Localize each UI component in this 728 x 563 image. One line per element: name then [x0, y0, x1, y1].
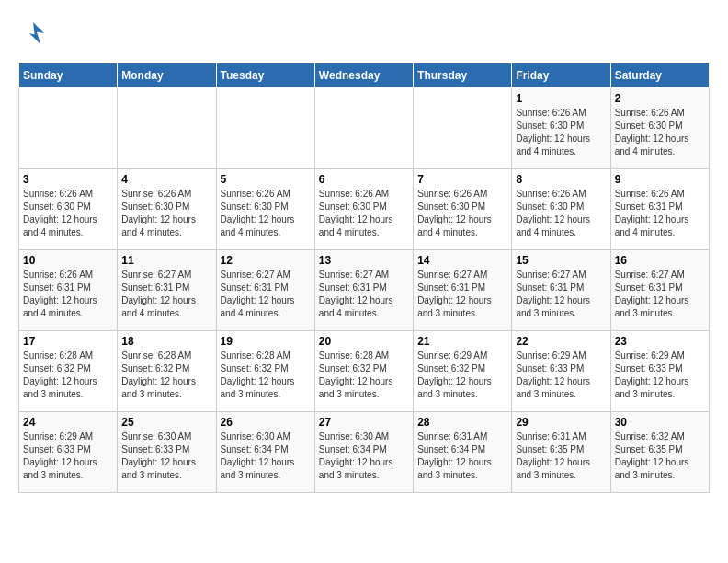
calendar-cell: 20Sunrise: 6:28 AMSunset: 6:32 PMDayligh…: [314, 331, 413, 412]
day-number: 21: [417, 335, 507, 348]
day-info: Sunrise: 6:27 AMSunset: 6:31 PMDaylight:…: [615, 269, 705, 320]
day-number: 12: [221, 254, 311, 267]
day-number: 3: [23, 173, 113, 186]
day-number: 26: [221, 416, 311, 429]
calendar-cell: 14Sunrise: 6:27 AMSunset: 6:31 PMDayligh…: [414, 250, 512, 331]
day-info: Sunrise: 6:30 AMSunset: 6:34 PMDaylight:…: [221, 431, 311, 482]
calendar-cell: 26Sunrise: 6:30 AMSunset: 6:34 PMDayligh…: [216, 412, 314, 493]
day-number: 10: [23, 254, 113, 267]
day-number: 19: [221, 335, 311, 348]
day-number: 14: [417, 254, 507, 267]
calendar-cell: 1Sunrise: 6:26 AMSunset: 6:30 PMDaylight…: [512, 88, 610, 169]
logo-bird-icon: [18, 18, 48, 48]
calendar-cell: 21Sunrise: 6:29 AMSunset: 6:32 PMDayligh…: [414, 331, 512, 412]
calendar-cell: 5Sunrise: 6:26 AMSunset: 6:30 PMDaylight…: [216, 169, 314, 250]
calendar-cell: 30Sunrise: 6:32 AMSunset: 6:35 PMDayligh…: [610, 412, 709, 493]
day-number: 29: [516, 416, 606, 429]
day-number: 5: [221, 173, 311, 186]
day-info: Sunrise: 6:29 AMSunset: 6:33 PMDaylight:…: [615, 350, 705, 401]
day-info: Sunrise: 6:27 AMSunset: 6:31 PMDaylight:…: [417, 269, 507, 320]
calendar-cell: 2Sunrise: 6:26 AMSunset: 6:30 PMDaylight…: [610, 88, 709, 169]
header-row: SundayMondayTuesdayWednesdayThursdayFrid…: [19, 63, 710, 88]
calendar-cell: 16Sunrise: 6:27 AMSunset: 6:31 PMDayligh…: [610, 250, 709, 331]
calendar-cell: 19Sunrise: 6:28 AMSunset: 6:32 PMDayligh…: [216, 331, 314, 412]
day-info: Sunrise: 6:30 AMSunset: 6:33 PMDaylight:…: [121, 431, 211, 482]
calendar-cell: 22Sunrise: 6:29 AMSunset: 6:33 PMDayligh…: [512, 331, 610, 412]
day-info: Sunrise: 6:28 AMSunset: 6:32 PMDaylight:…: [23, 350, 113, 401]
calendar-cell: 24Sunrise: 6:29 AMSunset: 6:33 PMDayligh…: [19, 412, 118, 493]
calendar-week-row: 17Sunrise: 6:28 AMSunset: 6:32 PMDayligh…: [19, 331, 710, 412]
calendar-cell: 12Sunrise: 6:27 AMSunset: 6:31 PMDayligh…: [216, 250, 314, 331]
logo: [18, 18, 53, 48]
calendar-week-row: 24Sunrise: 6:29 AMSunset: 6:33 PMDayligh…: [19, 412, 710, 493]
day-info: Sunrise: 6:28 AMSunset: 6:32 PMDaylight:…: [221, 350, 311, 401]
day-info: Sunrise: 6:31 AMSunset: 6:35 PMDaylight:…: [516, 431, 606, 482]
calendar-cell: 6Sunrise: 6:26 AMSunset: 6:30 PMDaylight…: [314, 169, 413, 250]
day-info: Sunrise: 6:26 AMSunset: 6:30 PMDaylight:…: [221, 188, 311, 239]
day-number: 20: [319, 335, 409, 348]
calendar-cell: [414, 88, 512, 169]
day-number: 16: [615, 254, 705, 267]
day-number: 4: [121, 173, 211, 186]
day-number: 18: [121, 335, 211, 348]
calendar-week-row: 10Sunrise: 6:26 AMSunset: 6:31 PMDayligh…: [19, 250, 710, 331]
header: [18, 18, 710, 48]
day-info: Sunrise: 6:32 AMSunset: 6:35 PMDaylight:…: [615, 431, 705, 482]
day-number: 30: [615, 416, 705, 429]
day-info: Sunrise: 6:29 AMSunset: 6:32 PMDaylight:…: [417, 350, 507, 401]
day-number: 15: [516, 254, 606, 267]
day-number: 27: [319, 416, 409, 429]
day-number: 2: [615, 92, 705, 105]
day-number: 1: [516, 92, 606, 105]
calendar-cell: [118, 88, 216, 169]
day-info: Sunrise: 6:30 AMSunset: 6:34 PMDaylight:…: [319, 431, 409, 482]
day-info: Sunrise: 6:31 AMSunset: 6:34 PMDaylight:…: [417, 431, 507, 482]
day-info: Sunrise: 6:27 AMSunset: 6:31 PMDaylight:…: [221, 269, 311, 320]
calendar-cell: 29Sunrise: 6:31 AMSunset: 6:35 PMDayligh…: [512, 412, 610, 493]
calendar-body: 1Sunrise: 6:26 AMSunset: 6:30 PMDaylight…: [19, 88, 710, 493]
day-number: 22: [516, 335, 606, 348]
day-number: 9: [615, 173, 705, 186]
header-day: Thursday: [414, 63, 512, 88]
day-number: 25: [121, 416, 211, 429]
header-day: Tuesday: [216, 63, 314, 88]
calendar-cell: 7Sunrise: 6:26 AMSunset: 6:30 PMDaylight…: [414, 169, 512, 250]
day-info: Sunrise: 6:27 AMSunset: 6:31 PMDaylight:…: [319, 269, 409, 320]
header-day: Wednesday: [314, 63, 413, 88]
day-info: Sunrise: 6:26 AMSunset: 6:31 PMDaylight:…: [23, 269, 113, 320]
calendar-header: SundayMondayTuesdayWednesdayThursdayFrid…: [19, 63, 710, 88]
day-info: Sunrise: 6:27 AMSunset: 6:31 PMDaylight:…: [516, 269, 606, 320]
calendar-cell: 17Sunrise: 6:28 AMSunset: 6:32 PMDayligh…: [19, 331, 118, 412]
day-number: 23: [615, 335, 705, 348]
calendar-cell: 18Sunrise: 6:28 AMSunset: 6:32 PMDayligh…: [118, 331, 216, 412]
calendar-cell: 27Sunrise: 6:30 AMSunset: 6:34 PMDayligh…: [314, 412, 413, 493]
calendar-cell: 28Sunrise: 6:31 AMSunset: 6:34 PMDayligh…: [414, 412, 512, 493]
header-day: Sunday: [19, 63, 118, 88]
day-info: Sunrise: 6:26 AMSunset: 6:30 PMDaylight:…: [23, 188, 113, 239]
day-info: Sunrise: 6:26 AMSunset: 6:30 PMDaylight:…: [516, 107, 606, 158]
day-info: Sunrise: 6:28 AMSunset: 6:32 PMDaylight:…: [121, 350, 211, 401]
day-info: Sunrise: 6:29 AMSunset: 6:33 PMDaylight:…: [23, 431, 113, 482]
svg-marker-0: [29, 22, 44, 44]
day-number: 13: [319, 254, 409, 267]
calendar-cell: [19, 88, 118, 169]
calendar-cell: [216, 88, 314, 169]
day-info: Sunrise: 6:26 AMSunset: 6:31 PMDaylight:…: [615, 188, 705, 239]
calendar-cell: 10Sunrise: 6:26 AMSunset: 6:31 PMDayligh…: [19, 250, 118, 331]
calendar-table: SundayMondayTuesdayWednesdayThursdayFrid…: [18, 63, 710, 493]
calendar-cell: 11Sunrise: 6:27 AMSunset: 6:31 PMDayligh…: [118, 250, 216, 331]
calendar-cell: 8Sunrise: 6:26 AMSunset: 6:30 PMDaylight…: [512, 169, 610, 250]
calendar-cell: 4Sunrise: 6:26 AMSunset: 6:30 PMDaylight…: [118, 169, 216, 250]
day-info: Sunrise: 6:26 AMSunset: 6:30 PMDaylight:…: [615, 107, 705, 158]
day-number: 8: [516, 173, 606, 186]
day-info: Sunrise: 6:29 AMSunset: 6:33 PMDaylight:…: [516, 350, 606, 401]
day-info: Sunrise: 6:26 AMSunset: 6:30 PMDaylight:…: [121, 188, 211, 239]
calendar-week-row: 3Sunrise: 6:26 AMSunset: 6:30 PMDaylight…: [19, 169, 710, 250]
day-info: Sunrise: 6:26 AMSunset: 6:30 PMDaylight:…: [516, 188, 606, 239]
calendar-cell: 13Sunrise: 6:27 AMSunset: 6:31 PMDayligh…: [314, 250, 413, 331]
day-info: Sunrise: 6:27 AMSunset: 6:31 PMDaylight:…: [121, 269, 211, 320]
calendar-cell: 25Sunrise: 6:30 AMSunset: 6:33 PMDayligh…: [118, 412, 216, 493]
day-number: 28: [417, 416, 507, 429]
header-day: Saturday: [610, 63, 709, 88]
calendar-cell: 23Sunrise: 6:29 AMSunset: 6:33 PMDayligh…: [610, 331, 709, 412]
